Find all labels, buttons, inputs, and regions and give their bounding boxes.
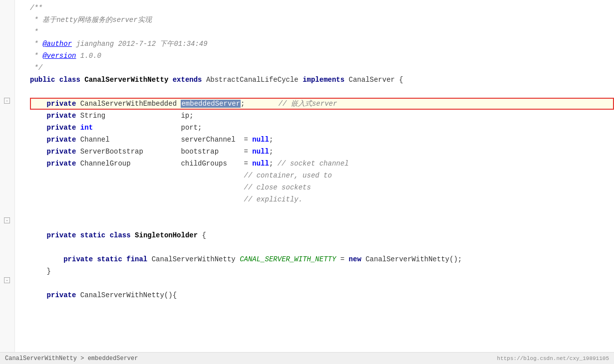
code-line-23: }	[30, 265, 614, 277]
code-line-22: private static final CanalServerWithNett…	[30, 253, 614, 265]
code-line-24	[30, 277, 614, 289]
code-line-8	[30, 86, 614, 98]
code-line-12: private Channel serverChannel = null;	[30, 134, 614, 146]
code-line-7: public class CanalServerWithNetty extend…	[30, 74, 614, 86]
code-line-21	[30, 241, 614, 253]
code-line-14: private ChannelGroup childGroups = null;…	[30, 158, 614, 170]
code-line-15: // container, used to	[30, 170, 614, 182]
code-line-2: * 基于netty网络服务的server实现	[30, 14, 614, 26]
code-line-13: private ServerBootstrap bootstrap = null…	[30, 146, 614, 158]
gutter: - - -	[0, 0, 15, 352]
code-line-25: private CanalServerWithNetty(){	[30, 289, 614, 301]
status-bar: CanalServerWithNetty > embeddedServer ht…	[0, 352, 614, 364]
fold-icon-3[interactable]: -	[4, 277, 10, 283]
code-line-16: // close sockets	[30, 182, 614, 193]
code-line-highlighted: private CanalServerWithEmbedded embedded…	[30, 98, 614, 110]
code-line-6: */	[30, 62, 614, 74]
code-display: /** * 基于netty网络服务的server实现 * * @author j…	[0, 0, 614, 301]
code-line-5: * @version 1.0.0	[30, 50, 614, 62]
breadcrumb-text: CanalServerWithNetty > embeddedServer	[5, 355, 138, 362]
code-line-19	[30, 217, 614, 229]
code-line-17: // explicitly.	[30, 193, 614, 205]
code-line-20: private static class SingletonHolder {	[30, 229, 614, 241]
fold-icon-1[interactable]: -	[4, 98, 10, 104]
code-line-3: *	[30, 26, 614, 38]
code-line-11: private int port;	[30, 122, 614, 134]
status-url: https://blog.csdn.net/cxy_19891105	[497, 356, 609, 362]
code-line-10: private String ip;	[30, 110, 614, 122]
code-line-4: * @author jianghang 2012-7-12 下午01:34:49	[30, 38, 614, 50]
editor: - - - /** * 基于netty网络服务的server实现 * * @au…	[0, 0, 614, 364]
fold-icon-2[interactable]: -	[4, 217, 10, 223]
code-line-18	[30, 205, 614, 217]
code-line-1: /**	[30, 2, 614, 14]
breadcrumb: CanalServerWithNetty > embeddedServer	[5, 355, 138, 362]
